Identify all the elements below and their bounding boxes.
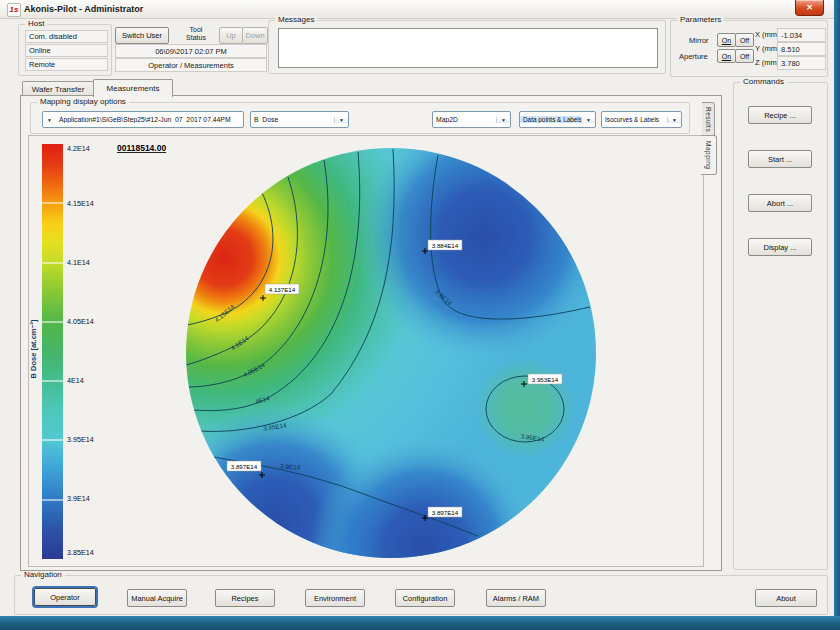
app-icon: 1s: [7, 3, 21, 17]
wafer-id: 00118514.00: [117, 143, 166, 153]
mirror-label: Mirror: [689, 36, 709, 45]
isocurves-mode-combo-value: Isocurves & Labels: [602, 116, 667, 123]
host-group: Host Com. disabled Online Remote: [18, 24, 112, 76]
recipe-button[interactable]: Recipe ...: [748, 106, 812, 124]
tab-wafer-transfer[interactable]: Wafer Transfer: [22, 81, 94, 96]
parameters-group-label: Parameters: [677, 15, 724, 25]
y-axis-label: Y (mm): [755, 44, 779, 53]
data-point-label: 4.137E14: [269, 286, 296, 293]
data-point-label: 3.897E14: [432, 509, 459, 516]
application-window: 1s Akonis-Pilot - Administrator ✕ Host C…: [0, 0, 834, 616]
dataset-combo[interactable]: ▼ Application#1\SiGeB\Step25\#12-Jun_07_…: [42, 111, 244, 128]
chevron-down-icon: ▼: [496, 117, 510, 123]
host-group-label: Host: [25, 19, 47, 29]
aperture-on-button[interactable]: On: [717, 49, 736, 63]
colorbar-tick-label: 4E14: [67, 376, 84, 385]
commands-group: Commands Recipe ... Start ... Abort ... …: [733, 82, 828, 570]
wafer-map-panel: 4.2E14 4.15E14 4.1E14 4.05E14 4E14 3.95E…: [28, 135, 704, 567]
data-point-label: 3.897E14: [231, 463, 258, 470]
nav-configuration-button[interactable]: Configuration: [395, 589, 455, 607]
display-button[interactable]: Display ...: [748, 238, 812, 256]
measure-combo-value: B_Dose: [251, 116, 334, 123]
commands-group-label: Commands: [740, 77, 787, 87]
mode-field: Operator / Measurements: [115, 58, 267, 72]
colorbar-tick-label: 3.85E14: [67, 548, 94, 557]
about-button[interactable]: About: [755, 589, 817, 607]
navigation-group: Navigation Operator Manual Acquire Recip…: [14, 575, 828, 615]
measure-combo[interactable]: B_Dose ▼: [250, 111, 349, 128]
x-axis-label: X (mm): [755, 30, 780, 39]
host-online-status: Online: [25, 44, 108, 57]
window-frame-right: [834, 0, 840, 630]
nav-alarms-ram-button[interactable]: Alarms / RAM: [486, 589, 546, 607]
colorbar-tick-label: 4.15E14: [67, 199, 94, 208]
z-axis-value: 3.780: [777, 56, 826, 70]
view-mode-combo[interactable]: Map2D ▼: [432, 111, 511, 128]
chevron-down-icon: ▼: [667, 117, 681, 123]
mirror-on-button[interactable]: On: [717, 33, 736, 47]
host-remote-status: Remote: [25, 58, 108, 71]
mapping-options-label: Mapping display options: [37, 97, 129, 107]
window-frame-bottom: [0, 616, 840, 630]
tool-down-button[interactable]: Down: [242, 27, 268, 44]
colorbar-tick-label: 4.05E14: [67, 317, 94, 326]
points-mode-combo-value: Data points & Labels: [520, 116, 581, 123]
host-com-status: Com. disabled: [25, 30, 108, 43]
datetime-field: 06\09\2017 02:07 PM: [115, 44, 267, 58]
mirror-off-button[interactable]: Off: [735, 33, 754, 47]
data-point-label: 3.884E14: [432, 242, 459, 249]
window-title: Akonis-Pilot - Administrator: [24, 0, 143, 18]
colorbar-axis-label: B Dose [at.cm⁻²]: [29, 319, 38, 378]
wafer-map: 4.2E14 4.15E14 4.1E14 4.05E14 4E14 3.95E…: [29, 136, 701, 564]
navigation-group-label: Navigation: [21, 570, 65, 580]
nav-recipes-button[interactable]: Recipes: [215, 589, 275, 607]
messages-group-label: Messages: [275, 15, 317, 25]
dataset-combo-value: Application#1\SiGeB\Step25\#12-Jun_07_20…: [56, 116, 243, 123]
aperture-off-button[interactable]: Off: [735, 49, 754, 63]
nav-operator-button[interactable]: Operator: [34, 588, 96, 606]
x-axis-value: -1.034: [777, 28, 826, 42]
data-point-label: 3.953E14: [532, 376, 559, 383]
colorbar-tick-label: 3.9E14: [67, 494, 90, 503]
tool-status-label: Tool Status: [180, 26, 212, 42]
tab-measurements[interactable]: Measurements: [93, 79, 173, 97]
chevron-down-icon: ▼: [43, 117, 56, 123]
parameters-group: Parameters Mirror On Off Aperture On Off…: [670, 20, 828, 77]
colorbar-tick-label: 3.95E14: [67, 435, 94, 444]
start-button[interactable]: Start ...: [748, 150, 812, 168]
messages-group: Messages: [268, 20, 666, 74]
messages-textarea[interactable]: [278, 28, 658, 68]
points-mode-combo[interactable]: Data points & Labels ▼: [519, 111, 596, 128]
view-mode-combo-value: Map2D: [433, 116, 496, 123]
side-tab-results[interactable]: Results: [702, 102, 715, 137]
switch-user-button[interactable]: Switch User: [115, 27, 169, 44]
wafer-disc: 4.15E14 4.1E14 4.05E14 4E14 3.95E14 3.9E…: [186, 148, 596, 558]
colorbar-tick-label: 4.2E14: [67, 144, 90, 153]
tool-up-button[interactable]: Up: [219, 27, 243, 44]
close-button[interactable]: ✕: [795, 0, 824, 16]
chevron-down-icon: ▼: [334, 117, 348, 123]
nav-manual-acquire-button[interactable]: Manual Acquire: [127, 589, 187, 607]
isocurve-label: 3.9E14: [280, 462, 301, 470]
nav-environment-button[interactable]: Environment: [305, 589, 365, 607]
colorbar-tick-label: 4.1E14: [67, 258, 90, 267]
side-tab-mapping[interactable]: Mapping: [701, 135, 717, 175]
aperture-label: Aperture: [679, 52, 708, 61]
chevron-down-icon: ▼: [581, 117, 595, 123]
y-axis-value: 8.510: [777, 42, 826, 56]
isocurves-mode-combo[interactable]: Isocurves & Labels ▼: [601, 111, 682, 128]
colorbar: [42, 144, 63, 559]
abort-button[interactable]: Abort ...: [748, 194, 812, 212]
z-axis-label: Z (mm): [755, 58, 779, 67]
